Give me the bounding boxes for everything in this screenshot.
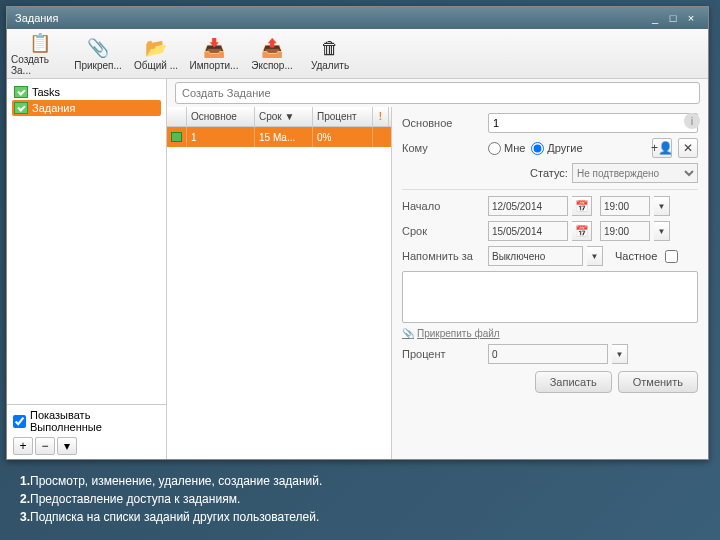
main-field[interactable] [488, 113, 698, 133]
sidebar: Tasks Задания Показывать Выполненные + −… [7, 79, 167, 459]
attach-label: Прикреп... [74, 60, 122, 71]
chevron-down-icon[interactable]: ▼ [587, 246, 603, 266]
attach-icon: 📎 [86, 36, 110, 60]
export-icon: 📤 [260, 36, 284, 60]
row-remind: Напомнить за Выключено ▼ Частное [402, 246, 698, 266]
create-task-button[interactable]: 📋 Создать За... [11, 31, 69, 76]
percent-input[interactable]: 0 [488, 344, 608, 364]
save-button[interactable]: Записать [535, 371, 612, 393]
label-start: Начало [402, 200, 482, 212]
share-label: Общий ... [134, 60, 178, 71]
row-status: Статус: Не подтверждено [402, 163, 698, 183]
slide-captions: 1.Просмотр, изменение, удаление, создани… [20, 472, 322, 526]
cell-pct: 0% [313, 127, 373, 147]
list-options-button[interactable]: ▾ [57, 437, 77, 455]
radio-me[interactable]: Мне [488, 142, 525, 155]
titlebar: Задания _ □ × [7, 7, 708, 29]
label-due: Срок [402, 225, 482, 237]
task-list: Основное Срок ▼ Процент ! 1 15 Ма... 0% [167, 107, 392, 459]
col-icon[interactable] [167, 107, 187, 126]
col-main[interactable]: Основное [187, 107, 255, 126]
row-pct: Процент 0 ▼ [402, 344, 698, 364]
due-date-input[interactable]: 15/05/2014 [488, 221, 568, 241]
task-lists-tree: Tasks Задания [7, 79, 166, 404]
share-button[interactable]: 📂 Общий ... [127, 31, 185, 76]
list-body[interactable]: 1 15 Ма... 0% [167, 127, 391, 459]
private-checkbox[interactable] [665, 250, 678, 263]
col-pct[interactable]: Процент [313, 107, 373, 126]
share-icon: 📂 [144, 36, 168, 60]
description-field[interactable] [402, 271, 698, 323]
cell-due: 15 Ма... [255, 127, 313, 147]
status-select[interactable]: Не подтверждено [572, 163, 698, 183]
calendar-icon[interactable]: 📅 [572, 196, 592, 216]
action-bar: Записать Отменить [402, 369, 698, 393]
table-row[interactable]: 1 15 Ма... 0% [167, 127, 391, 147]
start-time-input[interactable]: 19:00 [600, 196, 650, 216]
create-task-label: Создать За... [11, 54, 69, 76]
close-button[interactable]: × [682, 12, 700, 24]
delete-label: Удалить [311, 60, 349, 71]
row-due: Срок 15/05/2014 📅 19:00 ▼ [402, 221, 698, 241]
body: Tasks Задания Показывать Выполненные + −… [7, 79, 708, 459]
chevron-down-icon[interactable]: ▼ [612, 344, 628, 364]
import-button[interactable]: 📥 Импорти... [185, 31, 243, 76]
radio-others[interactable]: Другие [531, 142, 582, 155]
row-start: Начало 12/05/2014 📅 19:00 ▼ [402, 196, 698, 216]
caption-2: Предоставление доступа к заданиям. [30, 492, 240, 506]
sidebar-item-label: Tasks [32, 86, 60, 98]
start-date-input[interactable]: 12/05/2014 [488, 196, 568, 216]
attach-file-link[interactable]: 📎 Прикрепить файл [402, 328, 698, 339]
clear-user-button[interactable]: ✕ [678, 138, 698, 158]
caption-1: Просмотр, изменение, удаление, создание … [30, 474, 322, 488]
sidebar-item-label: Задания [32, 102, 75, 114]
show-done-input[interactable] [13, 415, 26, 428]
import-label: Импорти... [190, 60, 239, 71]
cell-main: 1 [187, 127, 255, 147]
import-icon: 📥 [202, 36, 226, 60]
task-detail: i Основное Кому Мне Другие +👤 ✕ [392, 107, 708, 459]
col-due[interactable]: Срок ▼ [255, 107, 313, 126]
divider [402, 189, 698, 190]
attach-button[interactable]: 📎 Прикреп... [69, 31, 127, 76]
row-main: Основное [402, 113, 698, 133]
remove-list-button[interactable]: − [35, 437, 55, 455]
task-row-icon [171, 132, 182, 142]
info-icon[interactable]: i [684, 113, 700, 129]
quick-create-input[interactable] [175, 82, 700, 104]
caption-3: Подписка на списки заданий других пользо… [30, 510, 319, 524]
label-status: Статус: [530, 167, 568, 179]
main-panel: Основное Срок ▼ Процент ! 1 15 Ма... 0% [167, 79, 708, 459]
add-user-button[interactable]: +👤 [652, 138, 672, 158]
show-done-label: Показывать Выполненные [30, 409, 160, 433]
delete-button[interactable]: 🗑 Удалить [301, 31, 359, 76]
toolbar: 📋 Создать За... 📎 Прикреп... 📂 Общий ...… [7, 29, 708, 79]
cancel-button[interactable]: Отменить [618, 371, 698, 393]
tasks-window: Задания _ □ × 📋 Создать За... 📎 Прикреп.… [6, 6, 709, 460]
add-list-button[interactable]: + [13, 437, 33, 455]
list-header: Основное Срок ▼ Процент ! [167, 107, 391, 127]
col-flag[interactable]: ! [373, 107, 389, 126]
label-main: Основное [402, 117, 482, 129]
calendar-icon[interactable]: 📅 [572, 221, 592, 241]
due-time-input[interactable]: 19:00 [600, 221, 650, 241]
label-to: Кому [402, 142, 482, 154]
sidebar-item-tasks[interactable]: Tasks [12, 84, 161, 100]
new-task-icon: 📋 [28, 31, 52, 54]
export-button[interactable]: 📤 Экспор... [243, 31, 301, 76]
label-private: Частное [615, 250, 657, 262]
sidebar-item-zadaniya[interactable]: Задания [12, 100, 161, 116]
quick-create-bar [167, 79, 708, 107]
chevron-down-icon[interactable]: ▼ [654, 196, 670, 216]
minimize-button[interactable]: _ [646, 12, 664, 24]
row-to: Кому Мне Другие +👤 ✕ [402, 138, 698, 158]
chevron-down-icon[interactable]: ▼ [654, 221, 670, 241]
export-label: Экспор... [251, 60, 293, 71]
label-pct: Процент [402, 348, 482, 360]
show-done-checkbox[interactable]: Показывать Выполненные [13, 409, 160, 433]
trash-icon: 🗑 [318, 36, 342, 60]
split-pane: Основное Срок ▼ Процент ! 1 15 Ма... 0% [167, 107, 708, 459]
maximize-button[interactable]: □ [664, 12, 682, 24]
paperclip-icon: 📎 [402, 328, 414, 339]
remind-select[interactable]: Выключено [488, 246, 583, 266]
